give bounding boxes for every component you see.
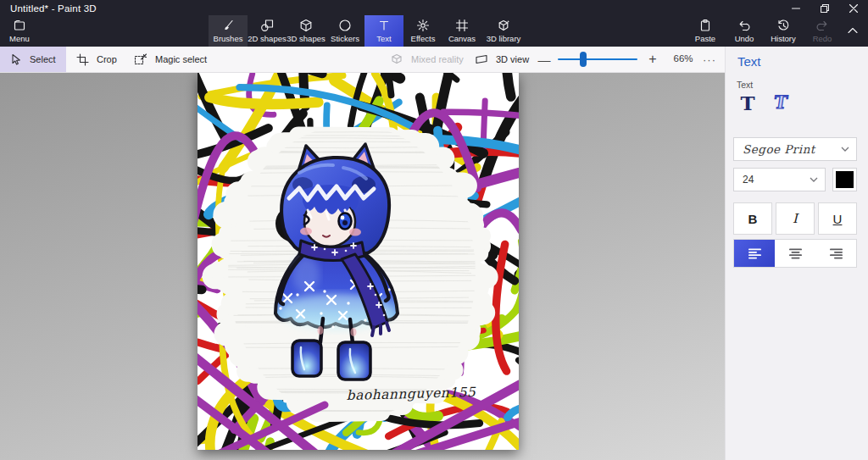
align-right-icon [829,248,843,259]
canvas-button[interactable]: Canvas [442,15,481,47]
underline-button[interactable]: U [818,202,857,235]
top-toolbar: Untitled* - Paint 3D Menu Brushes 2 [0,0,868,47]
chevron-down-icon [841,147,849,152]
zoom-level: 66% [668,53,698,64]
window-controls [782,0,868,16]
text-color-swatch [836,171,854,188]
select-label: Select [30,54,56,64]
mixed-reality-button[interactable]: Mixed reality [380,47,474,72]
2d-shapes-button[interactable]: 2D shapes [248,15,287,47]
panel-title: Text [737,54,761,69]
brushes-button[interactable]: Brushes [209,15,248,47]
2d-text-icon: T [740,91,754,114]
bold-button[interactable]: B [733,202,772,235]
brush-icon [221,19,235,32]
3d-library-icon [497,19,510,32]
chevron-down-icon [810,177,818,182]
italic-label: I [793,211,798,226]
undo-icon [737,19,751,32]
redo-label: Redo [813,34,832,43]
3d-view-button[interactable]: 3D view [465,47,539,72]
mixed-reality-icon [390,53,403,65]
effects-button[interactable]: Effects [403,15,442,47]
2d-text-button[interactable]: T [734,89,761,116]
font-family-value: Segoe Print [743,142,815,156]
tool-group-center: Brushes 2D shapes 3D shapes Stickers Tex… [209,15,526,47]
paste-icon [698,19,712,32]
3d-library-button[interactable]: 3D library [481,15,526,47]
magic-select-button[interactable]: Magic select [124,47,217,72]
2d-shapes-icon [260,19,274,32]
stickers-label: Stickers [331,34,359,43]
underline-label: U [833,212,843,226]
history-label: History [771,34,796,43]
mixed-reality-label: Mixed reality [411,54,464,64]
3d-shapes-button[interactable]: 3D shapes [287,15,326,47]
align-left-button[interactable] [734,240,775,267]
3d-text-button[interactable]: T [766,89,793,116]
italic-button[interactable]: I [776,202,815,235]
align-left-icon [748,248,762,259]
canvas-icon [455,19,469,32]
crop-icon [76,53,89,66]
zoom-slider-track[interactable] [558,58,637,60]
undo-button[interactable]: Undo [725,15,764,47]
canvas-label: Canvas [448,34,476,43]
zoom-slider[interactable] [558,47,637,72]
text-icon [377,19,391,32]
font-size-value: 24 [743,174,754,186]
svg-text:T: T [772,91,788,113]
2d-shapes-label: 2D shapes [248,34,286,43]
alignment-group [733,239,857,268]
workspace: baohannguyen155 [0,73,726,460]
zoom-in-button[interactable]: + [643,47,663,72]
text-button[interactable]: Text [364,15,403,47]
select-button[interactable]: Select [0,47,66,72]
3d-shapes-icon [299,19,313,32]
text-color-picker[interactable] [832,168,857,191]
stickers-icon [338,19,352,32]
blush-right [349,229,361,236]
edit-toolbar: Select Crop Magic select Mixed reality 3… [0,47,726,73]
history-icon [776,19,790,32]
boot-right [338,342,370,380]
minimize-icon [792,4,800,13]
3d-view-icon [475,53,488,65]
text-label: Text [376,34,391,43]
bold-label: B [748,212,758,226]
menu-icon [13,19,26,32]
align-center-button[interactable] [775,240,815,267]
magic-select-icon [134,53,147,66]
zoom-out-button[interactable]: — [534,47,554,72]
minimize-button[interactable] [782,0,810,16]
chevron-up-icon [847,26,859,35]
more-options-button[interactable]: ··· [698,47,721,72]
effects-icon [416,19,430,32]
redo-button[interactable]: Redo [803,15,842,47]
3d-library-label: 3D library [487,34,521,43]
zoom-out-glyph: — [538,53,551,67]
menu-button[interactable]: Menu [0,15,39,47]
font-size-select[interactable]: 24 [733,168,826,191]
magic-select-label: Magic select [155,54,207,64]
crop-label: Crop [97,54,117,64]
font-family-select[interactable]: Segoe Print [733,137,857,161]
redo-icon [815,19,829,32]
boot-left [292,341,321,376]
crop-button[interactable]: Crop [66,47,127,72]
paste-label: Paste [695,34,715,43]
history-button[interactable]: History [764,15,803,47]
artwork: baohannguyen155 [198,73,519,450]
select-cursor-icon [10,53,22,66]
restore-button[interactable] [810,0,839,16]
paste-button[interactable]: Paste [686,15,725,47]
close-button[interactable] [839,0,868,16]
stickers-button[interactable]: Stickers [326,15,364,47]
align-right-button[interactable] [815,240,856,267]
collapse-ribbon-button[interactable] [844,24,861,37]
text-side-panel: Text Text T T Segoe Print 24 B I U [725,47,868,460]
open-eye [339,213,352,230]
zoom-slider-handle[interactable] [580,52,587,67]
align-center-icon [788,248,803,259]
drawing-canvas[interactable]: baohannguyen155 [198,73,519,450]
